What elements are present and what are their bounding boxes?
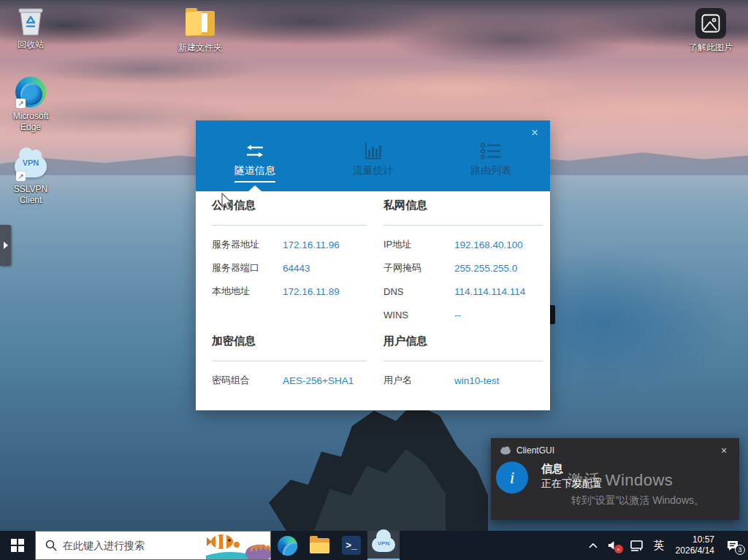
sslvpn-label-line1: SSLVPN xyxy=(14,184,47,194)
start-button[interactable] xyxy=(0,531,35,560)
desktop-icon-recycle-bin[interactable]: 回收站 xyxy=(3,4,58,50)
tab-traffic-stats[interactable]: 流量统计 xyxy=(314,135,432,191)
desktop-icon-edge[interactable]: ↗ Microsoft Edge xyxy=(3,76,58,133)
column-left: 公网信息 服务器地址 172.16.11.96 服务器端口 64443 本地地址… xyxy=(212,191,367,410)
section-title: 加密信息 xyxy=(212,334,367,361)
taskbar-search[interactable] xyxy=(35,531,271,560)
notification-toast[interactable]: ClientGUI × i 信息 正在下发配置 xyxy=(491,438,739,520)
info-icon: i xyxy=(496,461,528,494)
row-value: 114.114.114.114 xyxy=(454,286,525,297)
tray-volume-button[interactable]: × xyxy=(604,531,623,560)
tab-bar: 隧道信息 流量统计 xyxy=(196,135,550,191)
info-row: 子网掩码 255.255.255.0 xyxy=(383,256,543,280)
wallpaper-debris xyxy=(549,305,555,324)
row-value: AES-256+SHA1 xyxy=(283,375,354,386)
toast-header: ClientGUI × xyxy=(491,438,739,456)
row-value: 192.168.40.100 xyxy=(454,239,523,250)
arrow-right-icon xyxy=(4,242,8,249)
tray-clock[interactable]: 10:57 2026/4/14 xyxy=(671,534,719,556)
system-tray: × 英 10:57 2026/4/14 3 xyxy=(585,531,748,560)
clock-date: 2026/4/14 xyxy=(676,545,714,556)
info-row: 密码组合 AES-256+SHA1 xyxy=(212,369,367,392)
search-input[interactable] xyxy=(57,540,270,551)
list-icon xyxy=(480,135,502,160)
toast-body: i 信息 正在下发配置 xyxy=(491,461,739,494)
tray-ime-button[interactable]: 英 xyxy=(650,531,668,560)
row-label: 服务器端口 xyxy=(212,261,283,275)
taskbar: >_ VPN × 英 10:57 2026/4/14 xyxy=(0,531,748,560)
recycle-bin-icon xyxy=(15,4,47,37)
tray-expand-button[interactable] xyxy=(585,531,601,560)
desktop-icon-sslvpn[interactable]: VPN ↗ SSLVPN Client xyxy=(3,152,58,206)
info-row: 服务器地址 172.16.11.96 xyxy=(212,233,367,256)
ethernet-icon xyxy=(630,540,644,551)
tab-route-list[interactable]: 路由列表 xyxy=(432,135,550,191)
taskbar-vpn-button[interactable]: VPN xyxy=(367,531,400,560)
row-label: 用户名 xyxy=(383,374,454,387)
edge-icon xyxy=(278,536,297,556)
vpn-badge-text: VPN xyxy=(15,158,47,167)
file-explorer-icon xyxy=(310,538,329,553)
row-label: WINS xyxy=(383,310,454,321)
row-value: 255.255.255.0 xyxy=(454,263,517,274)
toast-app-name: ClientGUI xyxy=(516,445,717,456)
window-header: × 隧道信息 xyxy=(196,120,550,191)
section-title: 用户信息 xyxy=(383,334,543,361)
tray-network-button[interactable] xyxy=(626,531,647,560)
info-row: 用户名 win10-test xyxy=(383,369,543,392)
desktop-icon-learn-picture[interactable]: 了解此图片 xyxy=(681,7,741,53)
shortcut-arrow-icon: ↗ xyxy=(16,172,26,181)
row-value: 172.16.11.96 xyxy=(283,239,340,250)
info-row: WINS -- xyxy=(383,303,543,326)
tab-traffic-stats-label: 流量统计 xyxy=(353,164,394,181)
row-label: 服务器地址 xyxy=(212,238,283,251)
mute-badge: × xyxy=(614,545,623,553)
info-row: IP地址 192.168.40.100 xyxy=(383,233,543,256)
section-user-info: 用户信息 用户名 win10-test xyxy=(383,334,543,392)
sslvpn-label-line2: Client xyxy=(20,195,42,205)
edge-label-line1: Microsoft xyxy=(13,111,49,121)
taskbar-explorer-button[interactable] xyxy=(303,531,335,560)
row-label: IP地址 xyxy=(383,238,454,251)
notification-count-badge: 3 xyxy=(735,545,745,555)
taskbar-edge-button[interactable] xyxy=(271,531,303,560)
toast-title: 信息 xyxy=(541,462,603,476)
column-right: 私网信息 IP地址 192.168.40.100 子网掩码 255.255.25… xyxy=(383,191,543,410)
taskbar-powershell-button[interactable]: >_ xyxy=(335,531,367,560)
row-label: 子网掩码 xyxy=(383,261,454,275)
tab-route-list-label: 路由列表 xyxy=(470,164,511,181)
section-private-info: 私网信息 IP地址 192.168.40.100 子网掩码 255.255.25… xyxy=(383,199,543,326)
section-title: 公网信息 xyxy=(212,199,367,226)
tab-tunnel-info-label: 隧道信息 xyxy=(234,164,275,183)
tab-tunnel-info[interactable]: 隧道信息 xyxy=(196,135,314,191)
row-value: 172.16.11.89 xyxy=(283,286,340,297)
row-label: DNS xyxy=(383,286,454,297)
windows-logo-icon xyxy=(11,539,24,552)
row-value: 64443 xyxy=(283,263,310,274)
row-value: -- xyxy=(454,310,461,321)
edge-label-line2: Edge xyxy=(20,122,41,132)
recycle-bin-label: 回收站 xyxy=(18,39,44,50)
vpn-client-window: × 隧道信息 xyxy=(196,120,550,410)
clientgui-app-icon xyxy=(500,446,511,455)
info-row: 服务器端口 64443 xyxy=(212,256,367,280)
desktop-icon-new-folder[interactable]: 新建文件夹 xyxy=(172,7,228,53)
section-encryption-info: 加密信息 密码组合 AES-256+SHA1 xyxy=(212,334,367,392)
sidebar-flyout-handle[interactable] xyxy=(0,225,11,266)
shortcut-arrow-icon: ↗ xyxy=(16,99,26,108)
picture-icon xyxy=(695,7,727,39)
edge-icon: ↗ xyxy=(15,76,47,108)
folder-icon xyxy=(184,7,216,39)
bar-chart-icon xyxy=(364,135,383,160)
section-title: 私网信息 xyxy=(383,199,543,226)
new-folder-label: 新建文件夹 xyxy=(178,42,222,53)
chevron-up-icon xyxy=(589,542,598,548)
vpn-cloud-icon: VPN ↗ xyxy=(15,152,47,181)
action-center-button[interactable]: 3 xyxy=(722,531,744,560)
toast-message: 正在下发配置 xyxy=(541,477,603,491)
clock-time: 10:57 xyxy=(676,534,714,545)
toast-close-button[interactable]: × xyxy=(717,445,730,456)
row-label: 本地地址 xyxy=(212,285,283,298)
info-row: 本地地址 172.16.11.89 xyxy=(212,280,367,303)
vpn-cloud-icon: VPN xyxy=(372,537,395,552)
